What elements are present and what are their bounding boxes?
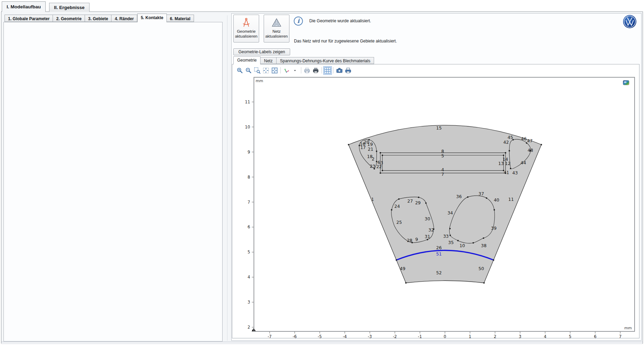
x-tick-label: -1 [418, 334, 422, 338]
zoom-extents-icon [263, 67, 269, 74]
toolbar-separator [301, 67, 301, 73]
panel-splitter[interactable] [227, 15, 227, 341]
y-tick-label: 2 [248, 325, 250, 330]
y-tick-label: 10 [245, 125, 250, 129]
edge-label-10: 10 [459, 243, 465, 248]
toolbar-separator [280, 67, 281, 73]
tab-3. Gebiete[interactable]: 3. Gebiete [85, 15, 111, 22]
y-tick-label: 8 [248, 175, 250, 180]
print-button[interactable] [344, 66, 352, 75]
vertex-dot [427, 239, 428, 241]
compass-icon [241, 17, 252, 28]
unit-label-top: mm [256, 79, 263, 83]
edge-label-23: 23 [370, 164, 375, 169]
caret-down-icon [293, 67, 297, 74]
snapshot-button[interactable] [335, 66, 344, 75]
copy-image-icon [304, 67, 310, 74]
zoom-out-icon [245, 67, 252, 74]
y-tick-label: 3 [248, 300, 250, 305]
plot-canvas[interactable]: -7-6-5-4-3-2-101234567234567891011mmmm15… [232, 64, 639, 338]
graphics-toolbar [235, 66, 352, 75]
export-image-button[interactable] [311, 66, 320, 75]
edge-label-51: 51 [436, 251, 442, 257]
vertex-dot [450, 235, 451, 236]
vertex-dot [486, 197, 487, 199]
view-orientation-icon [283, 67, 290, 74]
edge-label-47: 47 [527, 138, 533, 143]
edge-label-52: 52 [436, 270, 442, 275]
x-tick-label: -6 [293, 334, 296, 338]
x-tick-label: 7 [619, 334, 621, 338]
x-tick-label: -7 [267, 334, 271, 338]
view-orientation-button[interactable] [282, 66, 291, 75]
edge-label-43: 43 [512, 170, 518, 175]
graphics-tab-Netz[interactable]: Netz [261, 57, 277, 64]
snapshot-icon [336, 67, 343, 74]
vertex-dot [405, 282, 407, 284]
show-geometry-labels-button[interactable]: Geometrie-Labels zeigen [233, 48, 290, 55]
plot-image-icon[interactable] [623, 80, 629, 85]
edge-label-13: 13 [498, 161, 504, 166]
grid-button[interactable] [323, 66, 332, 75]
unit-label-bottom: mm [624, 326, 632, 330]
graphics-tab-Spannungs-Dehnungs-Kurve des Blechmaterials[interactable]: Spannungs-Dehnungs-Kurve des Blechmateri… [277, 57, 374, 64]
graphics-tab-Geometrie[interactable]: Geometrie [233, 56, 261, 64]
edge-label-30: 30 [425, 216, 430, 221]
copy-image-button[interactable] [303, 66, 311, 75]
edge-label-24: 24 [394, 204, 400, 209]
zoom-in-button[interactable] [235, 66, 244, 75]
edge-label-48: 48 [528, 148, 533, 153]
vertex-dot [380, 172, 381, 174]
edge-label-34: 34 [448, 210, 453, 215]
left-panel-tab-strip: 1. Globale Parameter2. Geometrie3. Gebie… [5, 14, 194, 22]
vertex-dot [493, 259, 494, 261]
edge-label-28: 28 [407, 238, 412, 243]
zoom-fit-button[interactable] [270, 66, 279, 75]
zoom-selected-button[interactable] [253, 66, 262, 75]
edge-label-33: 33 [443, 234, 449, 239]
edge-label-36: 36 [456, 194, 462, 199]
tab-4. Ränder[interactable]: 4. Ränder [111, 15, 137, 22]
edge-label-22: 22 [376, 164, 382, 169]
edge-label-35: 35 [448, 240, 454, 245]
tab-1. Globale Parameter[interactable]: 1. Globale Parameter [5, 15, 53, 22]
vertex-dot [449, 228, 451, 229]
x-tick-label: -4 [343, 334, 347, 338]
edge-label-15: 15 [436, 125, 442, 131]
vw-logo-icon [623, 15, 637, 29]
vertex-dot [467, 196, 468, 198]
info-submessage: Das Netz wird nur für zugewiesene Gebiet… [294, 39, 397, 44]
update-geometry-button[interactable]: Geometrie aktualisieren [233, 15, 259, 42]
edge-label-46: 46 [521, 136, 527, 141]
x-tick-label: -2 [393, 334, 397, 338]
edge-label-42: 42 [503, 140, 509, 145]
x-tick-label: -5 [318, 334, 321, 338]
edge-label-27: 27 [408, 198, 413, 204]
edge-label-41: 41 [504, 170, 509, 175]
edge-label-5: 5 [441, 153, 444, 158]
tab-modellaufbau[interactable]: I. Modellaufbau [2, 1, 46, 12]
edge-label-7: 7 [441, 172, 444, 177]
status-strip [1, 341, 642, 344]
x-tick-label: 6 [594, 334, 596, 338]
x-tick-label: 2 [494, 334, 496, 338]
update-geometry-label: Geometrie aktualisieren [234, 29, 259, 39]
vertex-dot [473, 242, 474, 244]
graphics-tab-strip: GeometrieNetzSpannungs-Dehnungs-Kurve de… [233, 56, 374, 64]
update-mesh-button[interactable]: Netz aktualisieren [264, 15, 289, 42]
tab-5. Kontakte[interactable]: 5. Kontakte [137, 14, 167, 22]
vertex-dot [494, 209, 495, 211]
edge-label-50: 50 [479, 266, 484, 271]
info-message: Die Geometrie wurde aktualisiert. [309, 18, 371, 23]
edge-label-1: 1 [371, 197, 374, 202]
vertex-dot [541, 144, 542, 146]
tab-6. Material[interactable]: 6. Material [167, 15, 194, 22]
edge-label-9: 9 [415, 237, 418, 242]
tab-ergebnisse[interactable]: II. Ergebnisse [49, 3, 90, 12]
x-tick-label: 1 [469, 334, 471, 338]
zoom-out-button[interactable] [244, 66, 253, 75]
vertex-dot [510, 168, 511, 169]
caret-down-button[interactable] [291, 66, 300, 75]
tab-2. Geometrie[interactable]: 2. Geometrie [53, 15, 85, 22]
zoom-extents-button[interactable] [262, 66, 270, 75]
